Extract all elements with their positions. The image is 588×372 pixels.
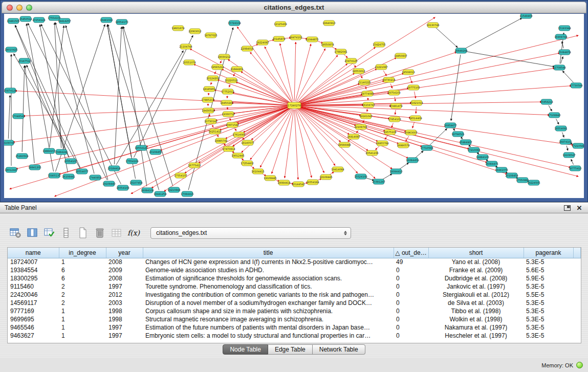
graph-node[interactable]: 25260504 [15,154,28,159]
edge[interactable] [465,51,555,67]
column-header[interactable]: △ out_de… [394,248,428,258]
citation-edge[interactable] [344,54,347,58]
graph-node[interactable]: 10481505 [7,18,19,24]
trash-icon[interactable] [93,226,107,240]
citation-edge[interactable] [224,144,226,146]
edge[interactable] [556,119,559,124]
citation-edge[interactable] [212,125,213,127]
graph-node[interactable]: 18554120 [135,145,147,150]
new-document-icon[interactable] [76,226,90,240]
graph-node[interactable]: 15193344 [558,26,571,31]
edge[interactable] [549,105,552,111]
graph-node[interactable]: 15424755 [373,42,385,47]
citation-edge[interactable] [298,106,571,167]
citation-edge[interactable] [367,109,367,112]
graph-node[interactable]: 20108455 [149,149,162,155]
graph-node[interactable]: 21044875 [306,37,318,42]
citation-edge[interactable] [54,107,290,196]
citation-edge[interactable] [280,43,293,101]
graph-node[interactable]: 16648294 [454,48,467,53]
table-row[interactable]: 1938455462009Genome-wide association stu… [8,266,581,274]
graph-node[interactable]: 15984907 [459,140,472,145]
table-row[interactable]: 969969511998Structural magnetic resonanc… [8,315,581,323]
graph-node[interactable]: 18010425 [5,47,17,52]
graph-node[interactable]: 17752012 [221,89,234,94]
edge[interactable] [571,159,574,165]
graph-node[interactable]: 19565214 [211,64,224,70]
graph-node[interactable]: 21104744 [179,44,192,49]
graph-node[interactable]: 15874120 [4,88,17,93]
citation-edge[interactable] [298,105,391,106]
graph-node[interactable]: 17048541 [12,114,25,119]
edge[interactable] [561,57,563,64]
graph-node[interactable]: 17730584 [570,83,582,88]
graph-node[interactable]: 20391247 [372,179,385,184]
edge[interactable] [436,28,458,48]
graph-node[interactable]: 17254402 [241,161,253,166]
close-window-button[interactable] [7,5,13,11]
graph-node[interactable]: 19884157 [42,148,55,154]
citation-edge[interactable] [190,49,291,103]
graph-node[interactable]: 18140577 [241,140,254,145]
citation-edge[interactable] [412,122,415,128]
column-header[interactable]: title [143,248,394,258]
graph-node[interactable]: 19601674 [171,26,184,31]
graph-node[interactable]: 19108741 [4,140,15,145]
edge[interactable] [22,65,25,152]
edge[interactable] [8,95,10,139]
edge[interactable] [567,146,568,151]
citation-edge[interactable] [229,84,230,87]
graph-node[interactable]: 18441254 [154,191,166,196]
table-row[interactable]: 2242004622012Investigating the contribut… [8,291,581,299]
graph-node[interactable]: 18508013 [402,70,415,75]
graph-node[interactable]: 19414257 [58,18,71,24]
graph-node[interactable]: 18084414 [277,180,290,185]
citation-edge[interactable] [298,107,378,141]
graph-node[interactable]: 18554091 [554,126,567,131]
graph-node[interactable]: 18185851 [203,86,215,92]
graph-node[interactable]: 18841205 [28,165,41,170]
graph-node[interactable]: 20554107 [64,159,77,164]
edge[interactable] [400,163,409,169]
graph-node[interactable]: 14850837 [394,53,407,58]
citation-edge[interactable] [211,82,212,85]
citation-edge[interactable] [368,98,368,100]
graph-node[interactable]: 17614087 [232,132,245,137]
graph-node[interactable]: 18012447 [5,167,17,172]
table-settings-icon[interactable] [8,226,23,240]
graph-node[interactable]: 18108445 [319,174,332,180]
edge[interactable] [25,65,34,163]
graph-node[interactable]: 19730214 [382,77,395,82]
graph-node[interactable]: 18566998 [338,142,351,147]
citation-edge[interactable] [294,110,298,180]
citation-edge[interactable] [298,53,560,105]
graph-node[interactable]: 17108840 [548,113,560,118]
citation-edge[interactable] [208,93,209,95]
graph-node[interactable]: 16084459 [406,158,419,163]
edge[interactable] [562,71,573,83]
graph-node[interactable]: 16104747 [362,102,375,107]
graph-node[interactable]: 17440854 [89,175,101,180]
graph-node[interactable]: 16990574 [397,143,409,148]
graph-node[interactable]: 19884105 [476,155,489,160]
edge[interactable] [465,18,522,49]
graph-node[interactable]: 20108454 [505,173,518,178]
graph-node[interactable]: 16775412 [188,163,201,168]
graph-node[interactable]: 18554077 [75,169,88,174]
graph-node[interactable]: 18955784 [376,141,388,146]
graph-node[interactable]: 21221087 [375,64,387,70]
graph-node[interactable]: 15524108 [354,174,367,179]
graph-node[interactable]: 19575108 [383,129,396,135]
graph-node[interactable]: 16084108 [141,188,154,193]
column-header[interactable]: in_degree [59,248,106,258]
graph-node[interactable]: 20871544 [226,122,238,127]
citation-edge[interactable] [295,110,312,178]
function-icon[interactable]: f(x) [126,226,141,240]
edge[interactable] [41,24,121,184]
graph-node[interactable]: 19012445 [231,153,244,158]
edge[interactable] [27,65,69,158]
graph-node[interactable]: 19414084 [331,167,344,172]
citation-edge[interactable] [395,110,396,115]
citation-edge[interactable] [298,17,435,103]
graph-node[interactable]: 16959477 [444,123,456,128]
